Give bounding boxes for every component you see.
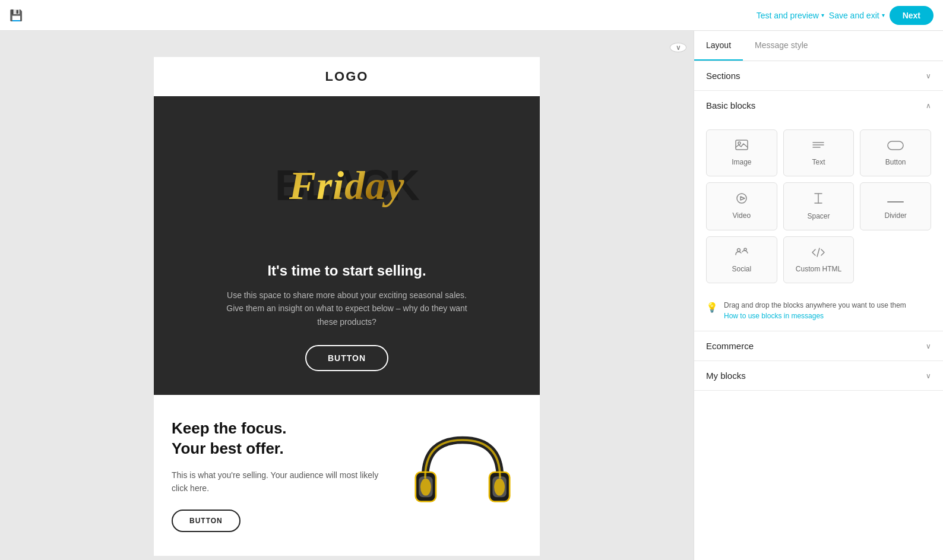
hero-button[interactable]: BUTTON: [305, 345, 388, 371]
text-label: Text: [812, 158, 825, 166]
topbar: 💾 Test and preview ▾ Save and exit ▾ Nex…: [0, 0, 943, 31]
video-icon: [735, 193, 748, 207]
content-button[interactable]: BUTTON: [172, 510, 241, 532]
svg-rect-8: [736, 140, 748, 150]
test-preview-button[interactable]: Test and preview ▾: [757, 11, 824, 20]
basic-blocks-caret-icon: ∧: [926, 102, 931, 110]
sections-accordion: Sections ∨: [694, 61, 943, 91]
spacer-label: Spacer: [807, 212, 830, 220]
my-blocks-label: My blocks: [706, 371, 746, 381]
sections-caret-icon: ∨: [926, 72, 931, 80]
test-preview-caret: ▾: [821, 12, 824, 18]
save-exit-caret: ▾: [882, 12, 885, 18]
custom-html-label: Custom HTML: [796, 265, 841, 273]
content-product-image: [403, 419, 522, 526]
divider-label: Divider: [884, 211, 906, 220]
basic-blocks-label: Basic blocks: [706, 100, 755, 110]
headphones-illustration: [409, 419, 516, 526]
video-label: Video: [733, 211, 751, 220]
email-wrapper: LOGO BLACK Friday It's time to start sel…: [154, 57, 540, 556]
drag-hint-content: Drag and drop the blocks anywhere you wa…: [724, 300, 906, 321]
my-blocks-caret-icon: ∨: [926, 372, 931, 380]
content-text-block: Keep the focus. Your best offer. This is…: [172, 419, 385, 531]
block-item-text[interactable]: Text: [783, 129, 855, 176]
content-body-text: This is what you're selling. Your audien…: [172, 469, 385, 495]
image-icon: [735, 140, 748, 153]
block-item-button[interactable]: Button: [860, 129, 931, 176]
drag-hint-link[interactable]: How to use blocks in messages: [724, 312, 824, 320]
email-hero-section: BLACK Friday It's time to start selling.…: [154, 96, 540, 395]
svg-rect-13: [888, 141, 903, 150]
custom-html-icon: [811, 246, 825, 260]
tab-layout[interactable]: Layout: [694, 31, 743, 61]
divider-icon: [887, 193, 904, 207]
svg-point-6: [420, 479, 431, 496]
right-panel: Layout Message style Sections ∨ Basic bl…: [694, 31, 943, 560]
email-content-section: Keep the focus. Your best offer. This is…: [154, 395, 540, 555]
chevron-down-icon: ∨: [676, 43, 681, 52]
ecommerce-accordion-header[interactable]: Ecommerce ∨: [694, 331, 943, 360]
button-label: Button: [885, 158, 906, 166]
block-item-video[interactable]: Video: [706, 182, 777, 230]
sections-label: Sections: [706, 71, 741, 81]
hero-art: BLACK Friday: [172, 120, 522, 251]
social-icon: [735, 246, 749, 260]
drag-hint: 💡 Drag and drop the blocks anywhere you …: [694, 293, 943, 331]
content-heading: Keep the focus. Your best offer.: [172, 419, 385, 459]
save-exit-label: Save and exit: [829, 11, 879, 20]
social-label: Social: [732, 265, 751, 273]
my-blocks-accordion: My blocks ∨: [694, 361, 943, 391]
collapse-button[interactable]: ∨: [670, 43, 686, 52]
ecommerce-label: Ecommerce: [706, 341, 754, 351]
my-blocks-accordion-header[interactable]: My blocks ∨: [694, 361, 943, 390]
block-item-custom-html[interactable]: Custom HTML: [783, 236, 855, 283]
svg-line-22: [817, 248, 819, 257]
basic-blocks-accordion: Basic blocks ∧ Image Text Button Video S…: [694, 91, 943, 331]
block-item-image[interactable]: Image: [706, 129, 777, 176]
ecommerce-accordion: Ecommerce ∨: [694, 331, 943, 361]
logo-text: LOGO: [325, 69, 369, 84]
blocks-grid: Image Text Button Video Spacer Divider S…: [694, 120, 943, 293]
save-exit-button[interactable]: Save and exit ▾: [829, 11, 885, 20]
tab-message-style[interactable]: Message style: [743, 31, 819, 61]
next-button[interactable]: Next: [890, 6, 933, 25]
svg-point-20: [737, 249, 740, 252]
bulb-icon: 💡: [706, 300, 718, 315]
block-item-spacer[interactable]: Spacer: [783, 182, 855, 230]
image-label: Image: [732, 158, 751, 166]
spacer-icon: [812, 192, 825, 207]
block-item-social[interactable]: Social: [706, 236, 777, 283]
hero-subtitle: It's time to start selling.: [172, 262, 522, 279]
button-icon: [887, 140, 904, 153]
svg-point-9: [738, 142, 741, 144]
text-icon: [812, 140, 825, 153]
hero-body-text: Use this space to share more about your …: [222, 289, 472, 328]
basic-blocks-accordion-header[interactable]: Basic blocks ∧: [694, 91, 943, 120]
svg-marker-15: [741, 197, 745, 200]
ecommerce-caret-icon: ∨: [926, 342, 931, 350]
save-draft-icon: 💾: [10, 9, 23, 22]
test-preview-label: Test and preview: [757, 11, 819, 20]
main-layout: ∨ LOGO BLACK Friday It's time to start s…: [0, 31, 943, 560]
svg-point-21: [744, 248, 746, 251]
drag-hint-text: Drag and drop the blocks anywhere you wa…: [724, 301, 906, 309]
email-logo-section: LOGO: [154, 57, 540, 96]
panel-tabs: Layout Message style: [694, 31, 943, 61]
hero-title-overlay: Friday: [289, 162, 405, 209]
canvas-area: ∨ LOGO BLACK Friday It's time to start s…: [0, 31, 694, 560]
block-item-divider[interactable]: Divider: [860, 182, 931, 230]
sections-accordion-header[interactable]: Sections ∨: [694, 61, 943, 90]
svg-point-7: [494, 479, 505, 496]
